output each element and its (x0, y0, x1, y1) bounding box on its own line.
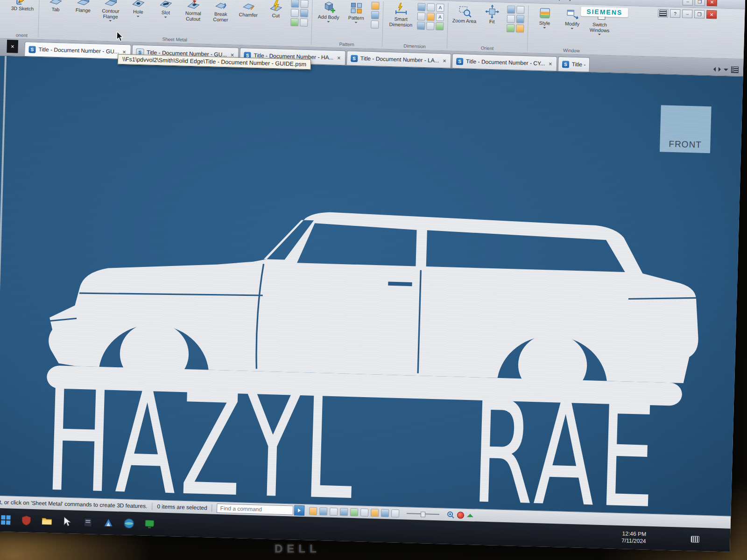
normal-cutout-button[interactable]: Normal Cutout (179, 0, 207, 22)
tab-label: Title - Document Number - CY... (466, 58, 545, 67)
palette-icon[interactable] (371, 509, 379, 517)
sign-text-hazyl[interactable]: HAZYL (43, 358, 359, 516)
style-button[interactable]: Style (531, 4, 558, 30)
security-app-icon[interactable] (20, 514, 33, 527)
chevron-down-icon[interactable] (598, 34, 601, 36)
group-label-component: onent (8, 32, 35, 39)
display-options-icon[interactable] (391, 509, 399, 517)
chevron-down-icon[interactable] (136, 15, 139, 18)
browser-icon[interactable] (122, 517, 136, 530)
notes-app-icon[interactable] (81, 516, 95, 529)
mini-tool-icon[interactable] (417, 3, 425, 11)
remote-app-icon[interactable] (143, 518, 156, 531)
solid-edge-app-icon[interactable] (102, 516, 115, 530)
chevron-down-icon[interactable] (354, 21, 357, 24)
mini-tool-icon[interactable] (300, 0, 308, 8)
mini-tool-icon[interactable] (436, 22, 444, 30)
tab-close-icon[interactable]: ✕ (336, 55, 341, 60)
mini-tool-icon[interactable] (371, 21, 379, 28)
mini-tool-icon[interactable] (426, 22, 434, 30)
zoom-slider-handle[interactable] (421, 511, 425, 517)
hole-button[interactable]: Hole (125, 0, 152, 19)
zoom-slider[interactable] (407, 513, 440, 515)
slot-button[interactable]: Slot (152, 0, 179, 20)
mini-tool-icon[interactable] (300, 9, 308, 17)
mini-tool-icon[interactable] (507, 6, 515, 14)
tab-list-dropdown-icon[interactable] (724, 68, 728, 70)
find-command-go-button[interactable] (294, 505, 305, 516)
doc-restore-button[interactable]: ❐ (694, 10, 705, 19)
solid-edge-doc-icon: S (456, 57, 463, 64)
mini-tool-icon[interactable] (516, 6, 524, 14)
text-style-icon[interactable]: A (436, 4, 444, 12)
mini-tool-icon[interactable] (290, 18, 298, 26)
flange-button[interactable]: Flange (70, 0, 97, 14)
mini-tool-icon[interactable] (371, 2, 379, 10)
doc-close-button[interactable]: ✕ (706, 10, 717, 19)
add-body-button[interactable]: Add Body (315, 0, 342, 24)
close-button[interactable]: ✕ (707, 0, 717, 6)
tab-close-icon[interactable]: ✕ (442, 58, 447, 63)
chamfer-button[interactable]: Chamfer (235, 0, 262, 18)
fit-button[interactable]: Fit (478, 3, 506, 25)
mini-tool-icon[interactable] (417, 22, 425, 30)
mini-tool-icon[interactable] (417, 13, 425, 21)
tab-list-icon[interactable] (731, 66, 739, 73)
start-button[interactable] (0, 513, 13, 527)
text-size-icon[interactable]: A (436, 13, 444, 21)
mini-tool-icon[interactable] (516, 24, 524, 32)
pages-icon[interactable] (658, 9, 668, 18)
mini-tool-icon[interactable] (507, 15, 515, 23)
document-tab[interactable]: S Title - (557, 56, 590, 72)
modeling-canvas[interactable]: HAZYL RAE FRONT (0, 55, 743, 516)
pointer-app-icon[interactable] (61, 515, 74, 529)
doc-minimize-button[interactable]: – (682, 9, 692, 18)
chevron-down-icon[interactable] (327, 21, 330, 24)
sketch-3d-button[interactable]: 3D Sketch (9, 0, 36, 12)
mini-tool-icon[interactable] (427, 3, 435, 11)
monitor-screen: - Document Number - HAZYL.psm] – ❐ ✕ (0, 0, 745, 552)
sign-design[interactable]: HAZYL RAE (0, 55, 743, 516)
mini-tool-icon[interactable] (291, 0, 299, 7)
record-icon[interactable] (457, 511, 464, 518)
scroll-tabs-right-icon[interactable] (719, 67, 721, 72)
chevron-down-icon[interactable] (543, 27, 546, 30)
mini-tool-icon[interactable] (300, 19, 308, 27)
scroll-tabs-left-icon[interactable] (713, 67, 716, 71)
window-view-icon[interactable] (381, 509, 389, 517)
grid-icon[interactable] (330, 507, 338, 515)
front-view-box[interactable]: FRONT (660, 105, 712, 153)
file-explorer-icon[interactable] (40, 514, 54, 528)
layers-icon[interactable] (360, 508, 368, 516)
find-command-input[interactable] (217, 504, 293, 515)
tab-button[interactable]: Tab (42, 0, 70, 13)
zoom-area-button[interactable]: Zoom Area (451, 2, 478, 24)
tab-close-icon[interactable]: ✕ (548, 61, 553, 66)
mini-tool-icon[interactable] (507, 24, 514, 32)
chevron-down-icon[interactable] (164, 16, 167, 19)
chevron-down-icon[interactable] (571, 28, 573, 30)
keyboard-tray-icon[interactable] (691, 536, 699, 542)
break-corner-button[interactable]: Break Corner (207, 0, 235, 23)
cut-button[interactable]: Cut (262, 0, 290, 19)
mini-tool-icon[interactable] (291, 9, 299, 17)
smart-dimension-button[interactable]: Smart Dimension (386, 0, 416, 28)
mini-tool-icon[interactable] (371, 11, 379, 19)
open-folder-icon[interactable] (309, 507, 317, 515)
sheet-view-icon[interactable] (340, 508, 348, 516)
mini-tool-icon[interactable] (427, 13, 435, 21)
zoom-in-icon[interactable] (447, 511, 454, 518)
mini-tool-icon[interactable] (516, 15, 524, 23)
chevron-down-icon[interactable] (109, 20, 112, 23)
taskbar-clock[interactable]: 12:46 PM 7/11/2024 (621, 530, 646, 545)
shading-icon[interactable] (350, 508, 358, 516)
restore-button[interactable]: ❐ (695, 0, 705, 6)
contour-flange-button[interactable]: Contour Flange (97, 0, 125, 23)
expand-up-icon[interactable] (467, 513, 473, 517)
search-icon[interactable] (319, 507, 327, 515)
pattern-button[interactable]: Pattern (342, 0, 370, 25)
minimize-button[interactable]: – (683, 0, 693, 6)
docked-panel-close-button[interactable]: ✕ (7, 40, 18, 53)
help-button[interactable]: ? (670, 9, 680, 18)
sign-text-rae[interactable]: RAE (470, 370, 662, 516)
